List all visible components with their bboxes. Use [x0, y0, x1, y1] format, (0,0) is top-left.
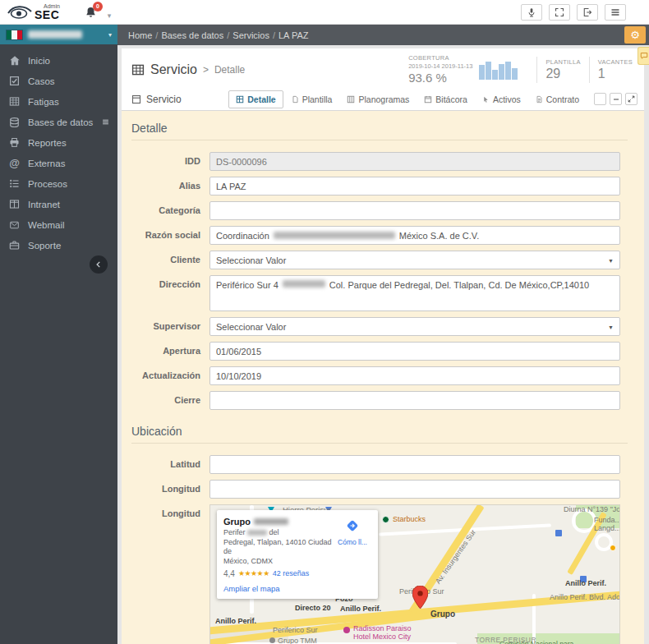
enlarge-map-link[interactable]: Ampliar el mapa	[223, 584, 334, 593]
map-label: Starbucks	[393, 515, 426, 523]
tab-contrato[interactable]: Contrato	[529, 91, 586, 108]
supervisor-label: Supervisor	[122, 317, 209, 336]
cierre-field[interactable]	[209, 391, 620, 410]
comments-tab-button[interactable]	[637, 47, 649, 65]
form-area: Detalle IDD Alias Categoría Razón s	[122, 111, 644, 644]
username-redacted	[28, 30, 82, 39]
alias-label: Alias	[122, 177, 209, 196]
minus-icon	[613, 96, 619, 103]
microphone-icon	[527, 7, 536, 18]
gear-icon: ⚙	[630, 29, 640, 41]
sidebar-item-inicio[interactable]: Inicio	[0, 50, 117, 71]
fullscreen-button[interactable]	[549, 4, 570, 21]
microphone-button[interactable]	[521, 4, 542, 21]
section-ubicacion: Ubicación	[131, 425, 628, 444]
sidebar-item-externas[interactable]: @ Externas	[0, 153, 117, 173]
app-logo[interactable]: Admin SEC	[7, 3, 60, 21]
transit-station-icon	[555, 530, 562, 536]
tab-bitacora[interactable]: Bitácora	[417, 91, 474, 108]
mapa-label: Longitud	[122, 504, 209, 644]
longitud-field[interactable]	[209, 480, 620, 499]
map-label: Anillo Perif.	[340, 605, 381, 613]
categoria-label: Categoría	[122, 201, 209, 220]
settings-button[interactable]: ⚙	[624, 26, 646, 44]
diagonal-arrows-icon	[628, 95, 635, 103]
rating-value: 4,4	[223, 569, 235, 578]
supervisor-select[interactable]: Seleccionar Valor ▼	[209, 317, 620, 336]
idd-field[interactable]	[209, 152, 620, 171]
sidebar-item-bases-de-datos[interactable]: Bases de datos	[0, 112, 117, 132]
panel-blank-button[interactable]	[594, 93, 606, 105]
alias-field[interactable]	[209, 177, 620, 196]
actualizacion-field[interactable]	[209, 366, 620, 385]
direccion-field[interactable]: Periférico Sur 4 Col. Parque del Pedrega…	[209, 275, 620, 311]
top-bar: Admin SEC 0 ▾	[0, 0, 649, 25]
submenu-indicator-icon	[102, 118, 109, 126]
razon-social-label: Razón social	[122, 226, 209, 245]
reviews-link[interactable]: 42 reseñas	[273, 569, 310, 577]
sidebar-item-casos[interactable]: Casos	[0, 71, 117, 91]
panel-expand-button[interactable]	[625, 93, 637, 105]
pointer-icon	[482, 95, 490, 104]
map-pin-icon[interactable]	[412, 586, 428, 609]
user-menu-caret-icon[interactable]: ▾	[108, 12, 112, 20]
menu-button[interactable]	[605, 4, 626, 21]
apertura-field[interactable]	[209, 342, 620, 361]
apertura-label: Apertura	[122, 342, 209, 361]
redacted-text	[283, 280, 325, 288]
printer-icon	[8, 137, 21, 148]
cliente-select[interactable]: Seleccionar Valor ▼	[209, 251, 620, 269]
breadcrumb-servicios[interactable]: Servicios	[232, 30, 269, 40]
mexico-flag-icon	[6, 30, 23, 40]
tab-activos[interactable]: Activos	[476, 91, 527, 108]
hamburger-icon	[610, 7, 620, 17]
page-subtitle: Detalle	[214, 64, 245, 76]
breadcrumb-bases[interactable]: Bases de datos	[161, 30, 223, 40]
categoria-field[interactable]	[209, 201, 620, 220]
map-label: Grupo TMM	[278, 637, 317, 644]
tab-plantilla[interactable]: Plantilla	[285, 91, 339, 108]
sidebar-item-intranet[interactable]: Intranet	[0, 194, 117, 214]
vacantes-value: 1	[598, 67, 633, 81]
chevron-left-icon	[94, 260, 103, 269]
expand-arrows-icon	[555, 7, 564, 17]
briefcase-icon	[8, 240, 21, 251]
sign-out-button[interactable]	[577, 4, 598, 21]
sidebar-item-webmail[interactable]: Webmail	[0, 214, 117, 235]
google-map[interactable]: Hierro Perisur Starbucks Av. Insurgentes…	[209, 504, 620, 644]
divider	[589, 57, 590, 83]
map-label: Anillo Perif. Blvd. Adolfo L...	[550, 593, 620, 601]
sidebar-item-soporte[interactable]: Soporte	[0, 235, 117, 255]
panel-title: Servicio	[131, 94, 182, 105]
map-label: Anillo Perif.	[215, 617, 256, 625]
sidebar-collapse-button[interactable]	[90, 255, 108, 274]
panel-minimize-button[interactable]	[610, 93, 622, 105]
map-label: Directo 20	[295, 604, 331, 612]
sidebar-item-fatigas[interactable]: Fatigas	[0, 91, 117, 112]
map-label: Anillo Perif.	[565, 579, 606, 587]
notifications-button[interactable]: 0	[85, 6, 97, 19]
tab-detalle[interactable]: Detalle	[228, 90, 283, 108]
map-label: Hotel Mexico City	[353, 632, 411, 641]
map-label: Diurna N°139 "Jos...	[564, 505, 620, 513]
database-icon	[8, 117, 21, 128]
latitud-label: Latitud	[122, 455, 209, 474]
sidebar-user-menu[interactable]: ▾	[0, 25, 117, 44]
plantilla-block: PLANTILLA 29	[545, 58, 580, 80]
sidebar-item-reportes[interactable]: Reportes	[0, 132, 117, 153]
razon-social-field[interactable]: Coordinación México S.A. de C.V.	[209, 226, 620, 245]
sidebar-item-procesos[interactable]: Procesos	[0, 173, 117, 194]
directions-button[interactable]: Cómo ll...	[334, 517, 371, 593]
breadcrumb-home[interactable]: Home	[128, 30, 152, 40]
calendar-icon	[424, 95, 432, 104]
tab-planogramas[interactable]: Planogramas	[340, 91, 416, 108]
redacted-text	[274, 232, 395, 239]
latitud-field[interactable]	[209, 455, 620, 474]
longitud-label: Longitud	[122, 480, 209, 499]
vacantes-block: VACANTES 1	[598, 58, 633, 80]
at-icon: @	[8, 157, 21, 169]
map-label: Grupo	[430, 610, 455, 619]
cobertura-block: COBERTURA 2019-10-14 2019-11-13 93.6 %	[408, 54, 472, 85]
redacted-text	[247, 530, 267, 536]
layout-icon	[347, 95, 355, 104]
